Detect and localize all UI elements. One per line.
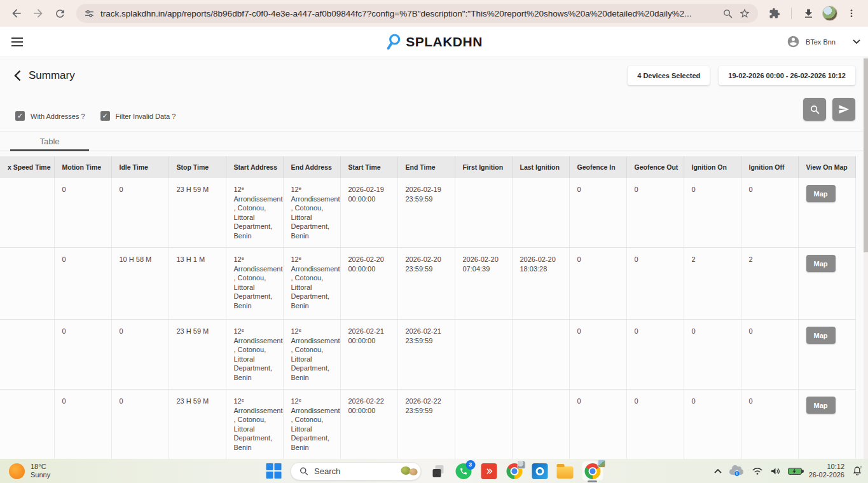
table-cell (512, 390, 569, 459)
map-button[interactable]: Map (806, 397, 836, 414)
table-cell: 0 (569, 178, 626, 248)
table-row: 0023 H 59 M12ᵉ Arrondissement , Cotonou,… (0, 320, 855, 390)
clock-time: 10:12 (809, 463, 844, 471)
red-app-icon (481, 463, 497, 479)
menu-button[interactable] (6, 31, 28, 53)
volume-icon[interactable] (770, 466, 781, 476)
table-cell: 2 (684, 248, 741, 320)
weather-condition: Sunny (31, 471, 50, 479)
view-on-map-cell: Map (798, 178, 855, 248)
task-view-button[interactable] (429, 463, 446, 480)
site-settings-icon[interactable] (84, 8, 95, 19)
notifications-bell-icon[interactable]: z (851, 465, 863, 477)
filter-invalid-checkbox[interactable]: ✓ Filter Invalid Data ? (100, 111, 176, 121)
table-cell (512, 320, 569, 390)
table-cell: 0 (684, 178, 741, 248)
table-cell: 2026-02-20 23:59:59 (397, 248, 455, 320)
taskbar-search[interactable]: Search (290, 462, 421, 480)
table-cell: 0 (741, 390, 798, 459)
url-text[interactable]: track.splakdhn.in/app/reports/8b96dbf7-c… (100, 9, 717, 18)
map-button[interactable]: Map (806, 327, 836, 344)
table-row: 010 H 58 M13 H 1 M12ᵉ Arrondissement , C… (0, 248, 855, 320)
send-report-button[interactable] (832, 98, 855, 121)
browser-menu-button[interactable] (841, 3, 862, 24)
table-cell: 12ᵉ Arrondissement , Cotonou, Littoral D… (283, 178, 340, 248)
search-icon (809, 104, 820, 115)
chevron-down-icon[interactable] (853, 39, 860, 44)
page-scrollbar[interactable] (864, 57, 868, 459)
folder-icon (557, 466, 574, 479)
extensions-button[interactable] (764, 3, 785, 24)
weather-temperature: 18°C (31, 463, 50, 471)
table-cell: 0 (626, 320, 684, 390)
table-cell: 23 H 59 M (169, 320, 226, 390)
table-cell: 0 (741, 178, 798, 248)
table-cell: 0 (54, 320, 111, 390)
checkbox-checked-icon[interactable]: ✓ (100, 111, 110, 121)
table-body: 0023 H 59 M12ᵉ Arrondissement , Cotonou,… (0, 178, 855, 459)
browser-reload-button[interactable] (50, 3, 70, 24)
whatsapp-app[interactable]: 3 (455, 463, 472, 480)
table-header-row: x Speed TimeMotion TimeIdle TimeStop Tim… (0, 156, 855, 178)
media-app[interactable] (480, 463, 497, 480)
downloads-button[interactable] (798, 3, 818, 24)
table-cell: 12ᵉ Arrondissement , Cotonou, Littoral D… (226, 390, 283, 459)
title-row: Summary 4 Devices Selected 19-02-2026 00… (0, 57, 868, 85)
user-menu[interactable]: BTex Bnn (787, 35, 860, 48)
report-page: Summary 4 Devices Selected 19-02-2026 00… (0, 57, 868, 459)
map-button[interactable]: Map (806, 255, 836, 272)
table-cell: 0 (684, 320, 741, 390)
column-header: First Ignition (455, 156, 512, 178)
table-cell (0, 178, 54, 248)
taskbar-clock[interactable]: 10:12 26-02-2026 (809, 463, 844, 479)
weather-widget[interactable]: 18°C Sunny (9, 463, 50, 479)
outlook-app[interactable] (531, 463, 548, 480)
battery-charging-icon[interactable] (788, 468, 802, 475)
map-button[interactable]: Map (806, 185, 836, 202)
onedrive-tray-icon[interactable]: i (729, 465, 745, 477)
checkbox-checked-icon[interactable]: ✓ (15, 111, 25, 121)
hidden-icons-chevron[interactable] (713, 468, 722, 474)
column-header: Ignition Off (741, 156, 798, 178)
search-button[interactable] (803, 98, 826, 121)
table-cell (0, 320, 54, 390)
date-range-button[interactable]: 19-02-2026 00:00 - 26-02-2026 10:12 (719, 66, 855, 85)
windows-logo-icon (266, 472, 273, 479)
tab-table[interactable]: Table (10, 132, 89, 151)
search-placeholder: Search (314, 466, 395, 476)
table-cell: 12ᵉ Arrondissement , Cotonou, Littoral D… (226, 248, 283, 320)
column-header: Ignition On (684, 156, 741, 178)
summary-table: x Speed TimeMotion TimeIdle TimeStop Tim… (0, 156, 856, 459)
hamburger-icon (11, 37, 24, 47)
active-tab-indicator (10, 149, 89, 151)
kebab-menu-icon (846, 8, 857, 18)
chrome-app[interactable] (506, 463, 523, 480)
chrome-active-app[interactable] (582, 461, 603, 480)
scrollbar-thumb[interactable] (864, 58, 868, 252)
filter-row: ✓ With Addresses ? ✓ Filter Invalid Data… (0, 85, 868, 121)
with-addresses-label: With Addresses ? (31, 112, 85, 120)
address-bar[interactable]: track.splakdhn.in/app/reports/8b96dbf7-c… (76, 4, 758, 23)
with-addresses-checkbox[interactable]: ✓ With Addresses ? (15, 111, 85, 121)
table-cell: 0 (54, 248, 111, 320)
outlook-icon (532, 463, 548, 479)
table-cell: 0 (626, 390, 684, 459)
browser-profile-avatar[interactable] (822, 6, 837, 21)
wifi-icon[interactable] (752, 466, 763, 475)
back-arrow-icon (10, 7, 23, 20)
browser-back-button[interactable] (6, 3, 27, 24)
table-cell: 0 (626, 248, 684, 320)
zoom-page-icon[interactable] (722, 8, 733, 19)
column-header: Geofence Out (626, 156, 684, 178)
column-header: Start Address (226, 156, 283, 178)
browser-forward-button[interactable] (28, 3, 48, 24)
table-cell: 2 (741, 248, 798, 320)
bookmark-star-icon[interactable] (739, 8, 750, 19)
start-button[interactable] (265, 463, 282, 479)
back-chevron-icon[interactable] (14, 70, 21, 81)
table-cell: 0 (569, 320, 626, 390)
devices-selected-button[interactable]: 4 Devices Selected (628, 66, 710, 85)
extensions-puzzle-icon (769, 8, 780, 19)
column-header: End Address (283, 156, 340, 178)
file-explorer-app[interactable] (556, 463, 574, 480)
